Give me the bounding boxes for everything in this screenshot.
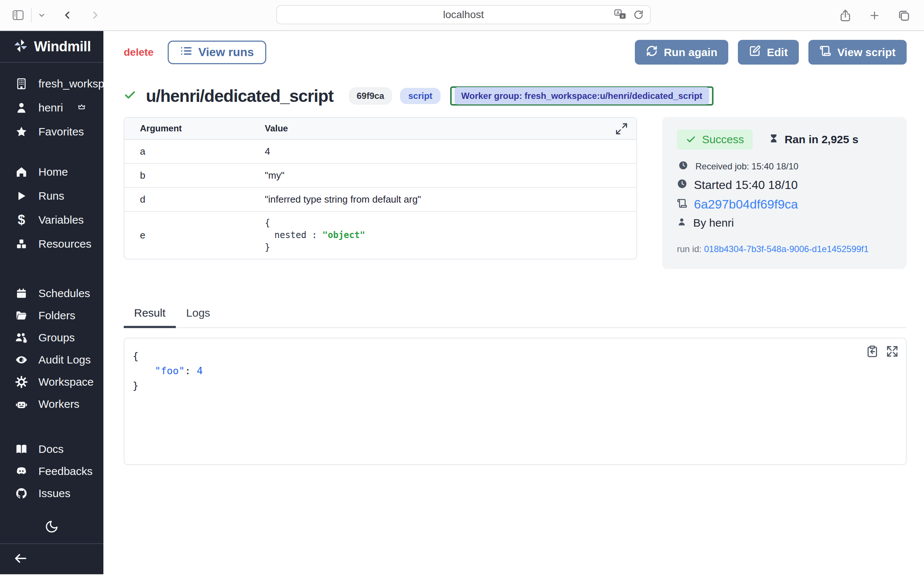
json-key: nested	[274, 230, 306, 240]
refresh-icon	[646, 45, 658, 59]
result-panel: { "foo": 4 }	[124, 338, 906, 465]
worker-group-badge[interactable]: Worker group: fresh_workspace:u/henri/de…	[455, 87, 709, 105]
edit-label: Edit	[767, 46, 788, 59]
run-duration: Ran in 2,925 s	[769, 133, 858, 146]
json-string-value: "object"	[322, 230, 365, 240]
view-runs-button[interactable]: View runs	[168, 41, 266, 64]
sidebar-toggle-icon[interactable]	[11, 9, 25, 21]
argument-value: "my"	[265, 170, 636, 181]
started-text: Started 15:40 18/10	[694, 178, 798, 192]
toolbar-divider	[31, 8, 32, 22]
result-json: { "foo": 4 }	[132, 349, 906, 393]
sidebar-item-resources[interactable]: Resources	[0, 232, 104, 256]
argument-value: "inferred type string from default arg"	[265, 194, 636, 205]
tab-logs[interactable]: Logs	[176, 302, 220, 327]
run-again-button[interactable]: Run again	[635, 40, 728, 65]
users-gear-icon	[14, 331, 29, 344]
delete-button[interactable]: delete	[124, 46, 154, 58]
edit-button[interactable]: Edit	[738, 40, 799, 65]
building-icon	[14, 78, 29, 90]
nav-label: Resources	[38, 238, 91, 250]
windmill-logo[interactable]: Windmill	[0, 31, 104, 63]
table-row: d "inferred type string from default arg…	[124, 188, 636, 212]
back-button[interactable]	[61, 9, 73, 21]
dark-mode-toggle[interactable]	[45, 519, 59, 535]
browser-toolbar: localhost Ax	[0, 0, 924, 31]
copy-result-icon[interactable]	[866, 345, 879, 359]
sidebar-item-variables[interactable]: $ Variables	[0, 208, 104, 232]
sidebar-item-issues[interactable]: Issues	[0, 482, 104, 505]
worker-id-link[interactable]: 6a297b04df69f9ca	[694, 197, 798, 211]
json-colon: :	[185, 365, 197, 376]
run-id-row: run id: 018b4304-7b3f-548a-9006-d1e14525…	[677, 244, 892, 254]
run-info-panel: Success Ran in 2,925 s Received job: 15:…	[662, 117, 906, 269]
value-column-header: Value	[265, 123, 636, 133]
collapse-sidebar-arrow[interactable]	[13, 551, 28, 567]
tabs-overview-icon[interactable]	[897, 9, 911, 22]
status-text: Success	[702, 133, 744, 146]
argument-value: 4	[265, 146, 636, 157]
crown-icon	[77, 102, 86, 114]
chevron-down-icon[interactable]	[37, 10, 46, 20]
run-id-link[interactable]: 018b4304-7b3f-548a-9006-d1e1452599f1	[704, 244, 868, 254]
translate-icon[interactable]: Ax	[614, 8, 629, 21]
nav-label: Docs	[38, 443, 64, 456]
by-text: By henri	[693, 217, 734, 229]
sidebar-item-workspace-switcher[interactable]: fresh_worksp...	[0, 71, 104, 95]
sidebar-item-docs[interactable]: Docs	[0, 438, 104, 460]
tab-result[interactable]: Result	[124, 302, 176, 328]
reload-icon[interactable]	[633, 9, 644, 20]
svg-text:A: A	[617, 10, 620, 16]
by-row: By henri	[677, 217, 892, 229]
github-icon	[14, 487, 29, 500]
windmill-pinwheel-icon	[13, 38, 29, 56]
url-text: localhost	[443, 9, 484, 21]
new-tab-icon[interactable]	[868, 10, 880, 21]
book-icon	[14, 443, 29, 456]
sidebar-item-home[interactable]: Home	[0, 160, 104, 184]
nav-label: Home	[38, 166, 68, 178]
run-id-label: run id:	[677, 244, 704, 254]
sidebar: Windmill fresh_worksp... henri Favorites	[0, 31, 104, 574]
share-icon[interactable]	[839, 8, 852, 22]
json-key: "foo"	[155, 365, 185, 376]
sidebar-item-favorites[interactable]: Favorites	[0, 119, 104, 144]
argument-name: b	[124, 170, 265, 181]
json-brace: {	[265, 218, 270, 228]
sidebar-item-groups[interactable]: Groups	[0, 327, 104, 349]
sidebar-item-runs[interactable]: Runs	[0, 184, 104, 208]
argument-name: e	[124, 230, 265, 241]
nav-label: Workspace	[38, 376, 94, 388]
sidebar-item-folders[interactable]: Folders	[0, 305, 104, 327]
started-row: Started 15:40 18/10	[677, 178, 892, 192]
sidebar-item-feedbacks[interactable]: Feedbacks	[0, 460, 104, 482]
result-logs-tabs: Result Logs	[124, 302, 906, 328]
worker-row: 6a297b04df69f9ca	[677, 197, 892, 211]
sidebar-item-audit-logs[interactable]: Audit Logs	[0, 349, 104, 371]
workspace-name: fresh_worksp...	[38, 78, 113, 90]
sidebar-item-workers[interactable]: Workers	[0, 393, 104, 415]
view-script-button[interactable]: View script	[808, 40, 906, 65]
brand-name: Windmill	[34, 39, 91, 55]
expand-arguments-icon[interactable]	[615, 122, 628, 137]
nav-label: Variables	[38, 214, 84, 226]
nav-label: Folders	[38, 309, 75, 322]
json-brace: }	[132, 380, 139, 391]
address-bar[interactable]: localhost Ax	[276, 5, 651, 24]
edit-pencil-icon	[749, 45, 761, 59]
sidebar-item-schedules[interactable]: Schedules	[0, 282, 104, 305]
arguments-table: Argument Value a 4 b "my" d "inferred ty…	[124, 117, 637, 259]
run-again-label: Run again	[664, 46, 717, 59]
expand-result-icon[interactable]	[886, 345, 899, 359]
hourglass-icon	[769, 133, 779, 146]
script-hash-badge[interactable]: 69f9ca	[349, 87, 392, 105]
forward-button[interactable]	[89, 9, 101, 21]
scroll-small-icon	[677, 197, 687, 211]
view-script-label: View script	[837, 46, 895, 59]
table-row: b "my"	[124, 164, 636, 188]
table-row: a 4	[124, 140, 636, 164]
sidebar-item-user[interactable]: henri	[0, 95, 104, 119]
table-row: e { nested : "object" }	[124, 212, 636, 259]
argument-name: d	[124, 194, 265, 205]
sidebar-item-workspace-settings[interactable]: Workspace	[0, 371, 104, 393]
